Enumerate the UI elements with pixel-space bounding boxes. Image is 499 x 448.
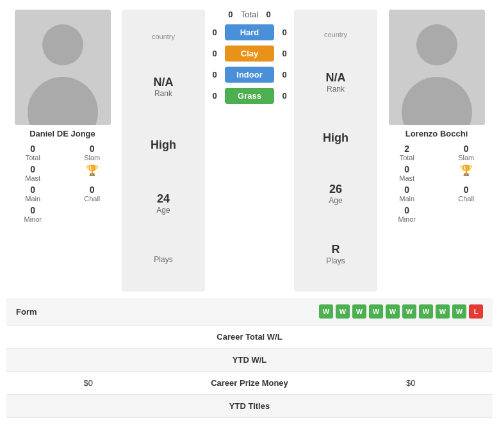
court-row-clay: 0 Clay 0 <box>208 46 291 62</box>
right-plays-label: Plays <box>326 256 345 265</box>
indoor-left-score: 0 <box>208 70 221 79</box>
career-prize-right: $0 <box>406 378 483 388</box>
total-label: Total <box>241 10 258 19</box>
right-trophy-icon: 🏆 <box>460 164 473 176</box>
comparison-row: Daniel DE Jonge 0 Total 0 Slam 0 Mast 🏆 <box>0 0 499 298</box>
left-peak-block: High <box>151 133 176 157</box>
ytd-titles-label: YTD Titles <box>93 401 406 411</box>
ytd-wl-label: YTD W/L <box>93 355 406 365</box>
left-plays-label: Plays <box>154 255 172 264</box>
left-stat-chall: 0 Chall <box>66 185 119 203</box>
left-country: country <box>152 33 175 40</box>
form-badges: W W W W W W W W W L <box>49 304 484 319</box>
right-plays-value: R <box>326 243 345 256</box>
right-player-name: Lorenzo Bocchi <box>405 129 468 138</box>
form-badge-9: W <box>452 304 466 319</box>
total-right-score: 0 <box>262 10 275 19</box>
hard-badge: Hard <box>225 24 274 40</box>
left-detail-panel: country N/A Rank High 24 Age Plays <box>122 10 205 292</box>
left-trophy-icon-container: 🏆 <box>66 164 119 182</box>
left-stat-mast: 0 Mast <box>6 164 60 182</box>
left-age-label: Age <box>156 206 170 215</box>
left-player-name: Daniel DE Jonge <box>29 129 95 138</box>
right-stat-total: 2 Total <box>380 144 434 162</box>
form-badge-6: W <box>402 304 416 319</box>
left-rank-block: N/A Rank <box>154 71 174 103</box>
center-panel: 0 Total 0 0 Hard 0 0 Clay 0 <box>208 10 291 292</box>
right-player-area: Lorenzo Bocchi 2 Total 0 Slam 0 Mast 🏆 <box>380 10 493 292</box>
clay-right-score: 0 <box>278 49 291 58</box>
left-age-block: 24 Age <box>156 187 170 220</box>
hard-right-score: 0 <box>278 28 291 37</box>
svg-point-4 <box>416 24 457 65</box>
right-stat-minor: 0 Minor <box>380 205 434 223</box>
left-plays-block: Plays <box>154 250 172 269</box>
right-age-value: 26 <box>329 183 342 196</box>
form-badge-3: W <box>352 304 366 319</box>
left-stat-main: 0 Main <box>6 185 60 203</box>
form-badge-2: W <box>336 304 350 319</box>
left-player-avatar <box>15 10 111 125</box>
right-plays-block: R Plays <box>326 238 345 270</box>
form-row: Form W W W W W W W W W L <box>6 298 493 326</box>
grass-right-score: 0 <box>278 91 291 101</box>
form-badge-5: W <box>386 304 400 319</box>
right-peak-block: High <box>323 126 348 150</box>
indoor-right-score: 0 <box>278 70 291 79</box>
indoor-badge: Indoor <box>225 67 274 83</box>
clay-badge: Clay <box>225 46 274 62</box>
form-badge-8: W <box>436 304 450 319</box>
left-stat-slam: 0 Slam <box>66 144 119 162</box>
hard-left-score: 0 <box>208 28 221 37</box>
form-badge-7: W <box>419 304 433 319</box>
right-stat-chall: 0 Chall <box>440 185 493 203</box>
right-peak-value: High <box>323 131 348 145</box>
career-prize-left: $0 <box>16 378 93 388</box>
court-row-hard: 0 Hard 0 <box>208 24 291 40</box>
form-badge-10: L <box>469 304 483 319</box>
right-stat-main: 0 Main <box>380 185 434 203</box>
form-badge-1: W <box>319 304 333 319</box>
bottom-section: Form W W W W W W W W W L Career Total W/… <box>0 298 499 424</box>
right-age-block: 26 Age <box>329 178 342 210</box>
ytd-wl-row: YTD W/L <box>6 349 493 372</box>
career-wl-label: Career Total W/L <box>93 332 406 342</box>
right-rank-value: N/A <box>326 71 346 85</box>
form-label: Form <box>16 307 37 317</box>
right-rank-block: N/A Rank <box>326 66 346 99</box>
career-prize-label: Career Prize Money <box>93 378 406 388</box>
right-age-label: Age <box>329 196 342 205</box>
left-rank-value: N/A <box>154 76 174 89</box>
court-row-indoor: 0 Indoor 0 <box>208 67 291 83</box>
left-stats-grid: 0 Total 0 Slam 0 Mast 🏆 0 Main <box>6 144 119 223</box>
clay-left-score: 0 <box>208 49 221 58</box>
right-rank-label: Rank <box>326 85 346 94</box>
left-stat-minor: 0 Minor <box>6 205 60 223</box>
ytd-titles-row: YTD Titles <box>6 395 493 418</box>
grass-left-score: 0 <box>208 91 221 101</box>
right-avatar-silhouette <box>389 10 485 125</box>
right-stats-grid: 2 Total 0 Slam 0 Mast 🏆 0 Main <box>380 144 493 223</box>
right-country: country <box>324 31 347 38</box>
right-stat-mast: 0 Mast <box>380 164 434 182</box>
court-row-grass: 0 Grass 0 <box>208 88 291 104</box>
svg-point-1 <box>42 24 83 65</box>
total-header: 0 Total 0 <box>224 10 275 19</box>
main-container: Daniel DE Jonge 0 Total 0 Slam 0 Mast 🏆 <box>0 0 499 424</box>
total-left-score: 0 <box>224 10 237 19</box>
left-rank-label: Rank <box>154 89 174 98</box>
left-age-value: 24 <box>156 192 170 206</box>
courts-area: 0 Hard 0 0 Clay 0 0 Indoor 0 <box>208 24 291 104</box>
right-stat-slam: 0 Slam <box>440 144 493 162</box>
career-wl-row: Career Total W/L <box>6 326 493 349</box>
left-player-area: Daniel DE Jonge 0 Total 0 Slam 0 Mast 🏆 <box>6 10 119 292</box>
form-badge-4: W <box>369 304 383 319</box>
left-trophy-icon: 🏆 <box>86 164 99 176</box>
right-player-avatar <box>389 10 485 125</box>
grass-badge: Grass <box>225 88 274 104</box>
left-peak-value: High <box>151 138 176 152</box>
right-detail-panel: country N/A Rank High 26 Age R Plays <box>294 10 377 292</box>
right-trophy-icon-container: 🏆 <box>440 164 493 182</box>
left-stat-total: 0 Total <box>6 144 60 162</box>
career-prize-row: $0 Career Prize Money $0 <box>6 372 493 395</box>
